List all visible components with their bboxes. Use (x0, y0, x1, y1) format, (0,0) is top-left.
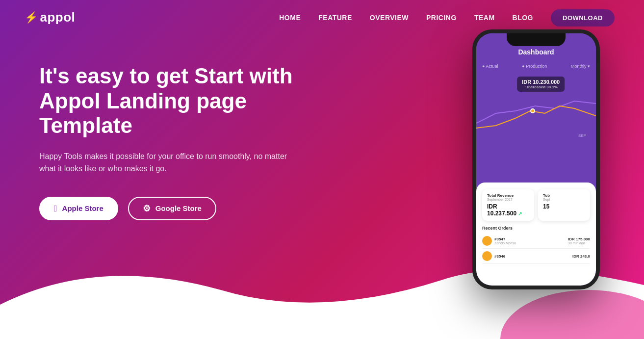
brand-name: appol (40, 10, 76, 25)
phone-screen: Dashboard ● Actual ● Production Monthly … (476, 33, 596, 286)
cta-buttons:  Apple Store ⚙ Google Store (39, 197, 343, 220)
recent-orders-label: Recent Orders (482, 226, 590, 231)
tab-actual[interactable]: ● Actual (482, 64, 498, 69)
apple-store-label: Apple Store (62, 204, 103, 212)
phone-mockup: Dashboard ● Actual ● Production Monthly … (472, 29, 605, 289)
nav-team[interactable]: TEAM (474, 14, 495, 22)
order-row-1: #3547 Zancio Mprisa IDR 175.000 30 min a… (482, 234, 590, 249)
nav-links: HOME FEATURE OVERVIEW PRICING TEAM BLOG … (279, 13, 615, 22)
chart-svg (476, 84, 596, 133)
dashboard-title: Dashboard (482, 48, 590, 56)
chart-dot (530, 108, 535, 113)
order-amount-1: IDR 175.000 (568, 237, 590, 241)
second-card: Tob Sept 15 (538, 189, 590, 221)
nav-overview[interactable]: OVERVIEW (370, 14, 409, 22)
hero-title: It's easy to get Start with Appol Landin… (39, 64, 343, 138)
order-right-2: IDR 243.0 (572, 254, 590, 259)
apple-store-button[interactable]:  Apple Store (39, 197, 118, 220)
nav-feature[interactable]: FEATURE (318, 14, 352, 22)
hero-background: ⚡ appol HOME FEATURE OVERVIEW PRICING TE… (0, 0, 644, 339)
nav-download-button[interactable]: DOWNLOAD (551, 9, 615, 26)
order-right-1: IDR 175.000 30 min ago (568, 237, 590, 245)
hero-subtitle: Happy Tools makes it possible for your o… (39, 150, 304, 175)
android-icon: ⚙ (143, 204, 151, 213)
brand-logo[interactable]: ⚡ appol (25, 10, 75, 25)
dashboard-cards: Total Revenue September 2017 IDR 10.237.… (476, 183, 596, 286)
nav-pricing[interactable]: PRICING (426, 14, 457, 22)
order-info-1: #3547 Zancio Mprisa (494, 237, 516, 245)
order-amount-2: IDR 243.0 (572, 254, 590, 259)
phone-notch (507, 33, 566, 46)
order-left-1: #3547 Zancio Mprisa (482, 236, 516, 246)
card2-value: 15 (543, 203, 585, 210)
phone-frame: Dashboard ● Actual ● Production Monthly … (472, 29, 600, 289)
card1-currency: IDR (487, 203, 497, 210)
card1-sub: September 2017 (487, 198, 529, 201)
nav-blog[interactable]: BLOG (513, 14, 533, 22)
order-time-1: 30 min ago (568, 241, 590, 245)
card1-trend-icon: ↗ (518, 211, 522, 216)
card1-amount: 10.237.500 (487, 210, 516, 217)
google-store-button[interactable]: ⚙ Google Store (128, 197, 216, 220)
order-icon-2 (482, 251, 492, 261)
hero-content: It's easy to get Start with Appol Landin… (39, 64, 343, 220)
order-icon-1 (482, 236, 492, 246)
phone-side-button (599, 82, 600, 112)
bolt-icon: ⚡ (25, 11, 38, 24)
order-name-1: Zancio Mprisa (494, 241, 516, 245)
card2-sub: Sept (543, 198, 585, 201)
chart-sep-label: SEP (578, 133, 586, 138)
revenue-cards-row: Total Revenue September 2017 IDR 10.237.… (482, 189, 590, 221)
order-left-2: #3546 (482, 251, 505, 261)
dashboard-tabs: ● Actual ● Production Monthly ▾ (476, 61, 596, 72)
chart-area: IDR 10.230.000 ↑ Increased 30.1% SEP (476, 72, 596, 140)
tab-monthly[interactable]: Monthly ▾ (571, 64, 590, 69)
order-num-2: #3546 (494, 254, 505, 259)
total-revenue-card: Total Revenue September 2017 IDR 10.237.… (482, 189, 534, 221)
apple-icon:  (54, 204, 57, 213)
nav-home[interactable]: HOME (279, 14, 301, 22)
card2-label: Tob (543, 193, 585, 198)
order-info-2: #3546 (494, 254, 505, 259)
google-store-label: Google Store (155, 204, 202, 212)
order-num-1: #3547 (494, 237, 516, 241)
card1-value: IDR 10.237.500 ↗ (487, 203, 529, 217)
tab-production[interactable]: ● Production (522, 64, 547, 69)
order-row-2: #3546 IDR 243.0 (482, 249, 590, 264)
card1-label: Total Revenue (487, 193, 529, 198)
